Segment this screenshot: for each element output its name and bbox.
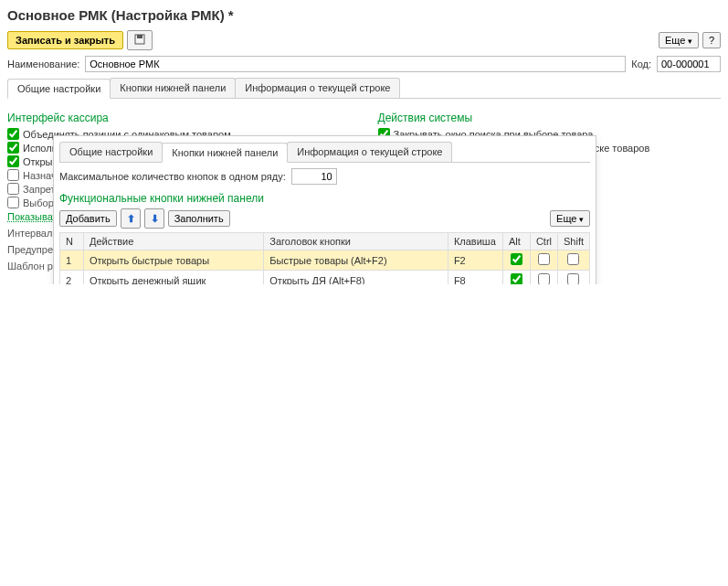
svg-rect-1 bbox=[137, 35, 142, 38]
alt-check[interactable] bbox=[511, 273, 522, 284]
table-row[interactable]: 2Открыть денежный ящикОткрыть ДЯ (Alt+F8… bbox=[60, 271, 590, 285]
col-shift: Shift bbox=[557, 233, 589, 250]
main-tabs: Общие настройки Кнопки нижней панели Инф… bbox=[7, 78, 721, 99]
tab-current-row-info[interactable]: Информация о текущей строке bbox=[235, 78, 400, 98]
max-buttons-label: Максимальное количество кнопок в одном р… bbox=[59, 171, 286, 182]
fill-button[interactable]: Заполнить bbox=[168, 210, 230, 227]
name-label: Наименование: bbox=[7, 59, 79, 69]
table-row[interactable]: 1Открыть быстрые товарыБыстрые товары (A… bbox=[60, 250, 590, 271]
alt-check[interactable] bbox=[511, 253, 522, 265]
window-title: Основное РМК (Настройка РМК) * bbox=[7, 7, 721, 23]
tab-bottom-buttons[interactable]: Кнопки нижней панели bbox=[110, 78, 236, 98]
ctrl-check[interactable] bbox=[538, 273, 550, 284]
p2-more-button[interactable]: Еще bbox=[550, 210, 590, 227]
col-action: Действие bbox=[84, 233, 264, 250]
shift-check[interactable] bbox=[567, 273, 579, 284]
col-n: N bbox=[60, 233, 84, 250]
help-button[interactable]: ? bbox=[702, 32, 721, 48]
col-key: Клавиша bbox=[448, 233, 502, 250]
more-button[interactable]: Еще bbox=[659, 32, 699, 48]
move-down-button[interactable]: ⬇ bbox=[144, 208, 164, 229]
shift-check[interactable] bbox=[567, 253, 579, 265]
col-header: Заголовок кнопки bbox=[264, 233, 448, 250]
bottom-buttons-panel: Общие настройки Кнопки нижней панели Инф… bbox=[53, 135, 596, 284]
ctrl-check[interactable] bbox=[538, 253, 550, 265]
add-button[interactable]: Добавить bbox=[59, 210, 117, 227]
func-buttons-title: Функциональные кнопки нижней панели bbox=[59, 192, 590, 205]
p2-tab-bottom[interactable]: Кнопки нижней панели bbox=[162, 143, 288, 163]
p2-tab-general[interactable]: Общие настройки bbox=[59, 142, 163, 162]
name-input[interactable] bbox=[85, 56, 626, 72]
max-buttons-input[interactable] bbox=[291, 168, 337, 185]
func-buttons-table[interactable]: N Действие Заголовок кнопки Клавиша Alt … bbox=[59, 232, 590, 284]
code-input[interactable] bbox=[657, 56, 721, 72]
save-icon bbox=[133, 33, 146, 46]
p2-tab-rowinfo[interactable]: Информация о текущей строке bbox=[287, 142, 452, 162]
tab-general[interactable]: Общие настройки bbox=[7, 79, 111, 99]
interface-title: Интерфейс кассира bbox=[7, 112, 351, 124]
code-label: Код: bbox=[631, 59, 651, 69]
actions-title: Действия системы bbox=[378, 112, 722, 124]
col-ctrl: Ctrl bbox=[530, 233, 557, 250]
save-close-button[interactable]: Записать и закрыть bbox=[7, 31, 123, 49]
save-button[interactable] bbox=[127, 30, 153, 50]
move-up-button[interactable]: ⬆ bbox=[121, 208, 141, 229]
col-alt: Alt bbox=[502, 233, 530, 250]
